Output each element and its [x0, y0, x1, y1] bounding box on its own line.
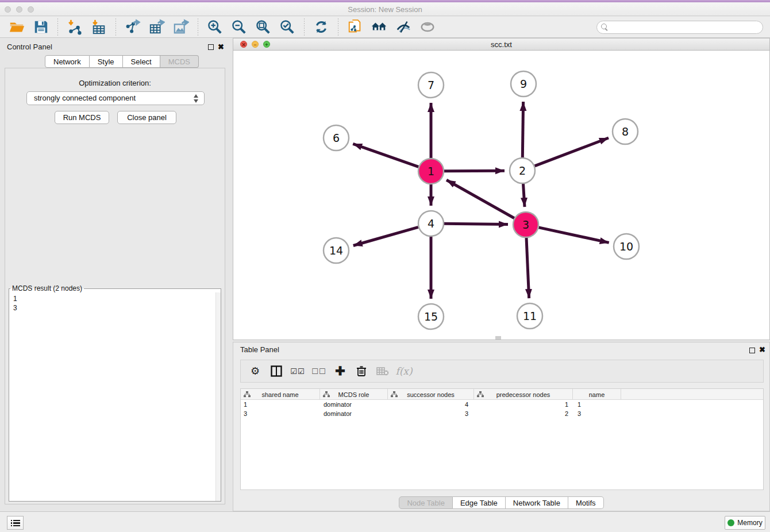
column-header-name[interactable]: name [573, 389, 621, 400]
tab-node-table[interactable]: Node Table [399, 496, 453, 509]
splitter-grip[interactable] [495, 336, 501, 340]
graph-node-9[interactable]: 9 [511, 71, 536, 97]
graph-node-10[interactable]: 10 [614, 234, 639, 259]
graph-edge-3-10[interactable] [538, 228, 609, 243]
memory-button[interactable]: Memory [725, 516, 765, 530]
task-history-button[interactable] [7, 516, 24, 530]
graph-edge-4-14[interactable] [353, 227, 418, 245]
column-layout-icon[interactable] [269, 364, 284, 379]
graph-edge-2-3[interactable] [523, 184, 525, 207]
graph-node-4[interactable]: 4 [418, 211, 444, 236]
window-title: Session: New Session [0, 5, 770, 14]
graph-edge-4-3[interactable] [444, 223, 508, 224]
save-icon[interactable] [32, 18, 49, 36]
function-builder-icon[interactable]: f(x) [396, 364, 411, 379]
zoom-in-icon[interactable] [206, 18, 224, 36]
tab-style[interactable]: Style [90, 55, 123, 68]
float-panel-icon[interactable] [208, 44, 214, 50]
tab-mcds[interactable]: MCDS [160, 55, 199, 68]
export-image-icon[interactable] [172, 18, 190, 36]
tab-motifs[interactable]: Motifs [568, 496, 604, 509]
open-file-icon[interactable] [8, 18, 25, 36]
svg-text:6: 6 [333, 132, 340, 144]
zoom-fit-icon[interactable] [255, 18, 272, 36]
table-cell[interactable]: 2 [474, 409, 573, 418]
table-cell[interactable]: 1 [241, 400, 320, 409]
network-window-titlebar[interactable]: ✕ − + scc.txt [233, 38, 769, 51]
node-table[interactable]: shared nameMCDS rolesuccessor nodesprede… [240, 388, 764, 490]
table-panel: Table Panel ✖ ⚙ ☑☑ ☐☐ ✚ f(x) shared name… [233, 342, 770, 511]
table-cell[interactable]: dominator [320, 409, 388, 418]
mcds-result-title: MCDS result (2 nodes) [10, 284, 84, 292]
graph-edge-3-11[interactable] [526, 238, 529, 298]
svg-text:2: 2 [519, 164, 526, 177]
gear-icon[interactable]: ⚙ [248, 364, 263, 379]
svg-text:10: 10 [619, 240, 633, 253]
close-panel-button[interactable]: Close panel [117, 111, 176, 124]
zoom-selected-icon[interactable] [279, 18, 296, 36]
add-column-icon[interactable]: ✚ [333, 364, 348, 379]
graph-node-7[interactable]: 7 [418, 72, 444, 98]
graph-edge-2-9[interactable] [522, 102, 523, 157]
graph-node-11[interactable]: 11 [517, 303, 542, 329]
result-scrollbar[interactable] [215, 292, 221, 501]
column-header-successor-nodes[interactable]: successor nodes [388, 389, 474, 400]
column-label: shared name [261, 391, 298, 398]
refresh-icon[interactable] [313, 18, 330, 36]
control-panel-title: Control Panel [7, 43, 52, 51]
float-table-panel-icon[interactable] [749, 348, 755, 353]
svg-text:3: 3 [522, 218, 529, 231]
column-header-MCDS-role[interactable]: MCDS role [320, 389, 388, 400]
graph-node-1[interactable]: 1 [418, 159, 444, 184]
graph-node-14[interactable]: 14 [324, 238, 349, 263]
graph-edge-1-2[interactable] [444, 171, 505, 171]
graph-node-2[interactable]: 2 [510, 158, 535, 183]
network-window-title: scc.txt [233, 40, 769, 49]
mcds-result-list[interactable]: 13 [9, 292, 221, 313]
export-network-icon[interactable] [124, 18, 141, 36]
table-cell[interactable]: 3 [388, 409, 474, 418]
close-panel-icon[interactable]: ✖ [218, 43, 224, 51]
graph-edge-3-1[interactable] [446, 180, 514, 218]
graph-node-6[interactable]: 6 [324, 125, 349, 151]
graph-edge-1-6[interactable] [353, 144, 418, 167]
control-panel: Control Panel ✖ Network Style Select MCD… [0, 38, 230, 511]
graph-node-3[interactable]: 3 [513, 212, 538, 237]
table-cell[interactable]: 4 [388, 400, 474, 409]
import-table-icon[interactable] [90, 18, 107, 36]
deselect-all-icon[interactable]: ☐☐ [311, 364, 326, 379]
optimization-criterion-label: Optimization criterion: [5, 79, 225, 87]
network-canvas[interactable]: 1234678910111415 [233, 51, 769, 340]
clone-network-icon[interactable] [346, 18, 364, 36]
delete-table-icon[interactable] [375, 364, 390, 379]
close-table-panel-icon[interactable]: ✖ [759, 345, 765, 354]
column-header-shared-name[interactable]: shared name [241, 389, 320, 400]
graph-edge-2-8[interactable] [535, 138, 609, 166]
column-header-predecessor-nodes[interactable]: predecessor nodes [474, 389, 573, 400]
hierarchy-icon [391, 391, 398, 398]
table-row[interactable]: 1dominator411 [241, 400, 763, 409]
layout-homes-icon[interactable] [371, 18, 388, 36]
tab-network-table[interactable]: Network Table [506, 496, 568, 509]
show-details-icon[interactable] [419, 18, 436, 36]
import-network-icon[interactable] [66, 18, 83, 36]
search-input[interactable] [596, 21, 763, 34]
tab-select[interactable]: Select [123, 55, 160, 68]
graph-node-8[interactable]: 8 [613, 119, 638, 144]
run-mcds-button[interactable]: Run MCDS [55, 111, 109, 124]
table-cell[interactable]: 1 [474, 400, 573, 409]
table-cell[interactable]: 1 [573, 400, 621, 409]
criterion-select[interactable]: strongly connected component [26, 91, 205, 105]
select-all-icon[interactable]: ☑☑ [290, 364, 305, 379]
table-cell[interactable]: 3 [573, 409, 621, 418]
tab-edge-table[interactable]: Edge Table [453, 496, 506, 509]
tab-network[interactable]: Network [45, 55, 90, 68]
graph-node-15[interactable]: 15 [418, 304, 444, 329]
delete-icon[interactable] [354, 364, 369, 379]
table-cell[interactable]: 3 [241, 409, 320, 418]
export-table-icon[interactable] [148, 18, 165, 36]
table-cell[interactable]: dominator [320, 400, 388, 409]
table-row[interactable]: 3dominator323 [241, 409, 763, 418]
zoom-out-icon[interactable] [230, 18, 248, 36]
hide-details-icon[interactable] [395, 18, 412, 36]
